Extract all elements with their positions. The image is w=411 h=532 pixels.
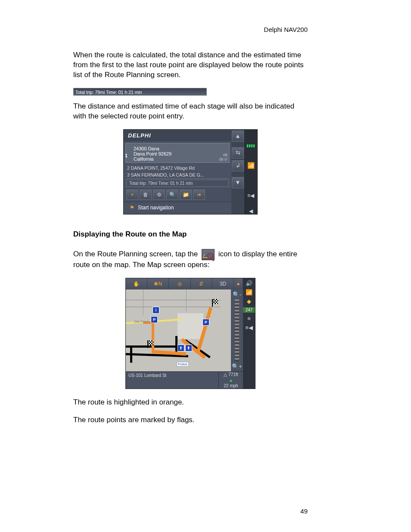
route-planning-screenshot: DELPHI 1 24300 Dana Dana Point 92629 Cal…	[123, 129, 258, 215]
show-on-map-icon	[202, 249, 215, 260]
parking-poi-icon-2: P	[202, 319, 209, 326]
trip-total-line: Total trip: 79mi Time: 01 h 21 min	[126, 180, 229, 187]
delete-icon[interactable]: 🗑	[140, 190, 152, 200]
selected-route-point: 1 24300 Dana Dana Point 92629 California…	[125, 143, 230, 163]
north-icon[interactable]: ✱N	[147, 278, 169, 289]
paragraph-1: When the route is calculated, the total …	[73, 50, 308, 80]
route-toolbar: + 🗑 ⚙ 🔍 📁 ➔	[124, 188, 231, 202]
go-icon[interactable]: ➔	[193, 190, 205, 200]
start-flag-icon	[147, 340, 153, 345]
route-point-2: 2 DANA POINT, 25472 Village Rd	[124, 165, 231, 171]
paragraph-5: The route points are marked by flags.	[73, 415, 308, 425]
map-top-toolbar: ✋ ✱N ◎ ⇵ 3D ●	[126, 278, 243, 289]
3d-icon[interactable]: 3D	[212, 278, 234, 289]
page-number: 49	[300, 507, 308, 515]
trip-summary-bar: Total trip: 79mi Time: 01 h 21 min	[73, 88, 207, 96]
delphi-logo: DELPHI	[124, 130, 231, 141]
heading-up-icon: ▲	[219, 377, 243, 383]
save-route-icon[interactable]: 📁	[180, 190, 192, 200]
current-road-label: US-101 Lombard St	[126, 371, 218, 389]
return-icon[interactable]: ↲	[232, 160, 244, 171]
route-point-line1: 24300 Dana	[134, 146, 226, 151]
direction-poi-icon-2: ⬆	[185, 345, 192, 352]
info-poi-icon: i	[153, 307, 159, 314]
map-outer-sidebar: 🔊 📶 ◆ 247 ≡ ≡◀	[243, 278, 255, 389]
police-label: Police	[177, 362, 189, 367]
paragraph-3: On the Route Planning screen, tap the ic…	[73, 249, 308, 270]
calculate-icon[interactable]: ⚙	[153, 190, 165, 200]
satellite-icon: 📶	[247, 162, 255, 169]
stage-distance: 0ft	[219, 153, 227, 157]
record-icon[interactable]: ●	[234, 278, 243, 289]
sound-icon[interactable]: 🔊	[246, 280, 252, 286]
direction-poi-icon: ⬆	[177, 345, 184, 352]
paragraph-4: The route is highlighted in orange.	[73, 398, 308, 408]
elevation-label: △ 771ft	[219, 372, 243, 377]
map-zoom-bar: 🔍- 🔍+	[231, 289, 243, 371]
battery-icon: ▮▮▮▮	[246, 143, 255, 148]
map-screenshot: ✋ ✱N ◎ ⇵ 3D ●	[125, 278, 255, 389]
menu-icon[interactable]: ≡◀	[247, 193, 254, 199]
parking-poi-icon: P	[151, 316, 158, 323]
swap-icon[interactable]: ⇆	[232, 147, 244, 159]
options-icon[interactable]: ≡	[247, 315, 251, 322]
back-icon[interactable]: ◀	[249, 208, 253, 214]
section-heading: Displaying the Route on the Map	[73, 230, 308, 239]
scroll-up-icon[interactable]: ▲	[232, 131, 244, 142]
route-point-line2: Dana Point 92629	[134, 151, 226, 156]
menu-back-icon[interactable]: ≡◀	[245, 324, 253, 331]
altitude-icon[interactable]: ⇵	[191, 278, 212, 289]
start-navigation-label: Start navigation	[138, 205, 174, 211]
end-flag-icon	[212, 299, 218, 304]
map-canvas[interactable]: i P P ⬆ ⬆ Police Del Prado	[126, 289, 231, 371]
heading-badge: 247	[243, 307, 255, 313]
route-point-3: 3 SAN FERNANDO, LA CASA DE G...	[124, 171, 231, 178]
scroll-down-icon[interactable]: ▼	[232, 177, 244, 188]
flag-icon: ⚑	[130, 205, 134, 211]
pan-icon[interactable]: ✋	[126, 278, 147, 289]
gps-signal-icon: 📶	[246, 289, 252, 296]
street-label-delprado: Del Prado	[134, 320, 150, 324]
zoom-out-icon[interactable]: 🔍-	[231, 291, 243, 298]
zoom-in-icon[interactable]: 🔍+	[231, 363, 243, 370]
paragraph-2: The distance and estimated time of each …	[73, 102, 308, 121]
center-icon[interactable]: ◎	[169, 278, 190, 289]
page-header: Delphi NAV200	[73, 26, 308, 33]
paragraph-3a: On the Route Planning screen, tap the	[73, 250, 200, 258]
route-point-number: 1	[125, 153, 128, 158]
compass-icon: ◆	[247, 298, 251, 305]
route-point-line3: California	[134, 156, 226, 162]
add-point-icon[interactable]: +	[126, 190, 138, 200]
stage-time: 0h 0'	[219, 157, 227, 162]
show-map-icon[interactable]: 🔍	[166, 190, 178, 200]
speed-label: 22 mph	[219, 383, 243, 389]
zoom-scale[interactable]	[235, 299, 239, 361]
start-navigation-row[interactable]: ⚑ Start navigation	[124, 202, 231, 214]
